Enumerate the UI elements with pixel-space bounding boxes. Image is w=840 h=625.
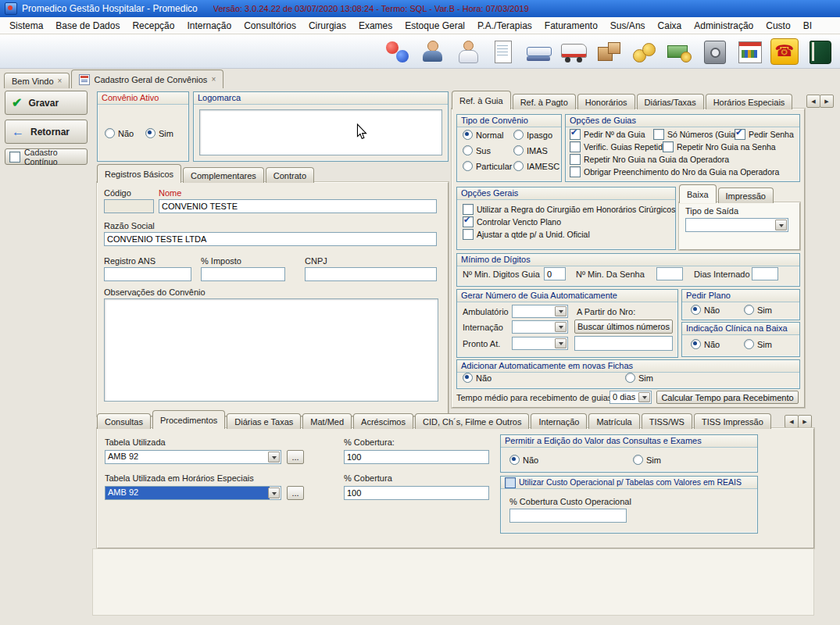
tab-diarias-e-taxas[interactable]: Diárias e Taxas bbox=[227, 413, 301, 429]
close-icon[interactable]: × bbox=[58, 77, 63, 85]
radio-normal[interactable]: Normal bbox=[463, 130, 503, 140]
tab-internacao-bottom[interactable]: Internação bbox=[531, 413, 587, 429]
bottom-tabs-scroll-left[interactable]: ◀ bbox=[785, 415, 799, 428]
radio-particular[interactable]: Particular bbox=[463, 161, 512, 171]
radio-adicionar-nao[interactable]: Não bbox=[463, 373, 491, 383]
checkbox-regra-cirurgiao[interactable]: Utilizar a Regra do Cirurgião em Honorár… bbox=[463, 204, 675, 215]
sync-icon[interactable] bbox=[384, 38, 412, 65]
menu-recepcao[interactable]: Recepção bbox=[126, 18, 181, 34]
imposto-field[interactable] bbox=[201, 267, 285, 281]
menu-custo[interactable]: Custo bbox=[760, 18, 796, 34]
money-icon[interactable] bbox=[665, 38, 693, 65]
radio-convenio-nao[interactable]: Não bbox=[105, 128, 134, 138]
custo-cobertura-field[interactable] bbox=[509, 509, 627, 523]
tab-procedimentos[interactable]: Procedimentos bbox=[152, 410, 225, 429]
pronto-at-combo[interactable] bbox=[512, 337, 568, 350]
cnpj-field[interactable] bbox=[305, 267, 437, 281]
tab-ref-pagto[interactable]: Ref. à Pagto bbox=[513, 94, 576, 109]
tab-registros-basicos[interactable]: Registros Básicos bbox=[97, 164, 181, 183]
tab-consultas[interactable]: Consultas bbox=[97, 413, 151, 429]
radio-permitir-nao[interactable]: Não bbox=[509, 455, 538, 465]
checkbox-repetir-nro-guia-senha[interactable]: Repetir Nro Guia na Senha bbox=[663, 141, 776, 152]
logomarca-image-box[interactable] bbox=[199, 109, 442, 155]
tab-baixa[interactable]: Baixa bbox=[679, 184, 717, 203]
menu-base-de-dados[interactable]: Base de Dados bbox=[49, 18, 126, 34]
cobertura2-field[interactable]: 100 bbox=[344, 486, 489, 500]
min-senha-field[interactable] bbox=[656, 267, 683, 280]
dropdown-arrow-icon[interactable] bbox=[555, 338, 567, 348]
hospital-bed-icon[interactable] bbox=[524, 38, 552, 65]
checkbox-ajustar-qtde[interactable]: Ajustar a qtde p/ a Unid. Oficial bbox=[463, 229, 590, 240]
tab-complementares[interactable]: Complementares bbox=[183, 167, 264, 183]
menu-pa-terapias[interactable]: P.A./Terapias bbox=[471, 18, 538, 34]
dropdown-arrow-icon[interactable] bbox=[638, 392, 650, 402]
tab-ref-guia[interactable]: Ref. à Guia bbox=[452, 91, 511, 109]
menu-estoque-geral[interactable]: Estoque Geral bbox=[399, 18, 471, 34]
phone-icon[interactable] bbox=[770, 38, 799, 65]
dropdown-arrow-icon[interactable] bbox=[268, 488, 280, 498]
tabela-horarios-especiais-combo[interactable]: AMB 92 bbox=[105, 486, 281, 500]
checkbox-repetir-nro-guia-operadora[interactable]: Repetir Nro Guia na Guia da Operadora bbox=[570, 154, 729, 165]
tab-mat-med[interactable]: Mat/Med bbox=[302, 413, 352, 429]
bottom-tabs-scroll-right[interactable]: ▶ bbox=[798, 415, 812, 428]
tab-impressao[interactable]: Impressão bbox=[718, 188, 774, 203]
safe-icon[interactable] bbox=[700, 38, 728, 65]
ambulance-icon[interactable] bbox=[559, 38, 588, 65]
menu-sus-ans[interactable]: Sus/Ans bbox=[604, 18, 652, 34]
menu-bi[interactable]: BI bbox=[797, 18, 818, 34]
dropdown-arrow-icon[interactable] bbox=[555, 322, 567, 332]
document-icon[interactable] bbox=[489, 38, 517, 65]
checkbox-pedir-numero-guia[interactable]: Pedir Nº da Guia bbox=[570, 129, 645, 140]
tabela-utilizada-combo[interactable]: AMB 92 bbox=[105, 450, 281, 464]
menu-administracao[interactable]: Administração bbox=[688, 18, 760, 34]
tab-cadastro-geral-convenios[interactable]: Cadastro Geral de Convênios × bbox=[71, 70, 223, 88]
checkbox-obrigar-preenchimento[interactable]: Obrigar Preenchimento do Nro da Guia na … bbox=[570, 166, 779, 177]
menu-sistema[interactable]: Sistema bbox=[3, 18, 49, 34]
radio-pedir-plano-nao[interactable]: Não bbox=[691, 305, 720, 315]
tab-cid-chs-filme-outros[interactable]: CID, Ch´s, Filme e Outros bbox=[415, 413, 530, 429]
radio-indicacao-sim[interactable]: Sim bbox=[744, 339, 772, 349]
menu-faturamento[interactable]: Faturamento bbox=[538, 18, 604, 34]
gold-coins-icon[interactable] bbox=[630, 38, 658, 65]
tabela-horarios-browse-button[interactable]: ... bbox=[287, 486, 304, 500]
buscar-ultimos-numeros-button[interactable]: Buscar últimos números bbox=[574, 320, 673, 334]
min-digitos-guia-field[interactable]: 0 bbox=[544, 267, 566, 280]
radio-indicacao-nao[interactable]: Não bbox=[691, 339, 720, 349]
checkbox-so-numeros[interactable]: Só Números (Guia) bbox=[653, 129, 738, 140]
tab-contrato[interactable]: Contrato bbox=[266, 167, 314, 183]
registro-ans-field[interactable] bbox=[104, 267, 191, 281]
checkbox-pedir-senha[interactable]: Pedir Senha bbox=[735, 129, 794, 140]
tab-tiss-impressao[interactable]: TISS Impressão bbox=[694, 413, 771, 429]
dias-internado-field[interactable] bbox=[752, 267, 778, 280]
a-partir-nro-field[interactable] bbox=[574, 336, 673, 351]
razao-social-field[interactable]: CONVENIO TESTE LTDA bbox=[104, 232, 437, 246]
stock-boxes-icon[interactable] bbox=[595, 38, 623, 65]
tabela-browse-button[interactable]: ... bbox=[287, 450, 304, 464]
dropdown-arrow-icon[interactable] bbox=[555, 306, 567, 316]
reception-icon[interactable] bbox=[419, 38, 447, 65]
radio-permitir-sim[interactable]: Sim bbox=[633, 455, 661, 465]
checkbox-verific-guias-repetidas[interactable]: Verific. Guias Repetidas bbox=[570, 141, 671, 152]
tab-honorarios[interactable]: Honorários bbox=[577, 94, 635, 109]
radio-sus[interactable]: Sus bbox=[463, 145, 491, 155]
tipo-saida-combo[interactable] bbox=[685, 218, 788, 232]
tab-bem-vindo[interactable]: Bem Vindo × bbox=[4, 73, 70, 88]
radio-imas[interactable]: IMAS bbox=[513, 145, 548, 155]
radio-pedir-plano-sim[interactable]: Sim bbox=[744, 305, 772, 315]
radio-ipasgo[interactable]: Ipasgo bbox=[513, 130, 552, 140]
custo-operacional-checkbox[interactable] bbox=[505, 477, 516, 488]
calendar-icon[interactable] bbox=[735, 38, 763, 65]
tab-horarios-especiais[interactable]: Horários Especiais bbox=[706, 94, 793, 109]
checkbox-controlar-vencto-plano[interactable]: Controlar Vencto Plano bbox=[463, 216, 561, 227]
tab-acrescimos[interactable]: Acréscimos bbox=[353, 413, 413, 429]
radio-iamesc[interactable]: IAMESC bbox=[513, 161, 559, 171]
ref-tabs-scroll-left[interactable]: ◀ bbox=[806, 95, 820, 108]
menu-exames[interactable]: Exames bbox=[352, 18, 399, 34]
book-icon[interactable] bbox=[806, 38, 834, 65]
tab-diarias-taxas[interactable]: Diárias/Taxas bbox=[637, 94, 704, 109]
menu-consultorios[interactable]: Consultórios bbox=[238, 18, 302, 34]
radio-adicionar-sim[interactable]: Sim bbox=[625, 373, 653, 383]
cadastro-continuo-toggle[interactable]: Cadastro Contínuo bbox=[5, 148, 88, 165]
observacoes-textarea[interactable] bbox=[104, 298, 438, 402]
doctor-icon[interactable] bbox=[454, 38, 482, 65]
